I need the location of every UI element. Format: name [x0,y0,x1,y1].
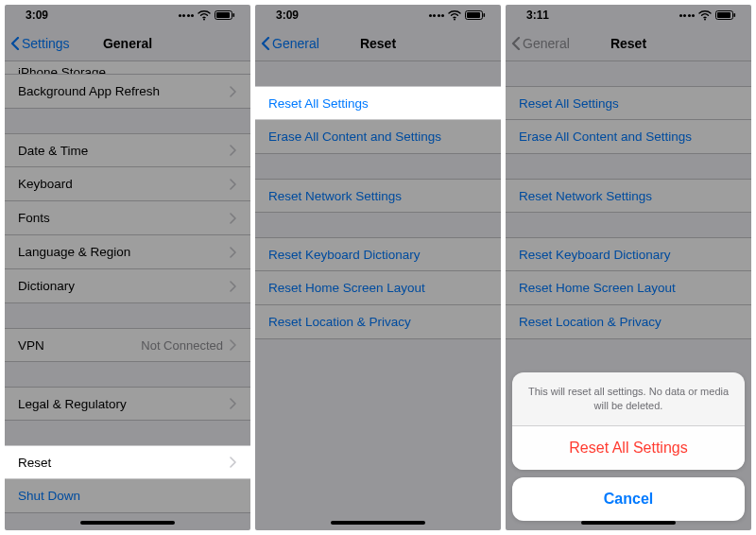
row-keyboard[interactable]: Keyboard [5,167,250,201]
chevron-right-icon [229,247,237,258]
chevron-left-icon [10,37,20,50]
row-reset-location-privacy[interactable]: Reset Location & Privacy [255,305,501,339]
cellular-icon [429,14,445,17]
wifi-icon [448,9,461,21]
status-time: 3:09 [26,9,48,22]
battery-icon [215,10,235,20]
chevron-right-icon [229,179,237,190]
back-button: General [511,26,570,60]
row-dictionary[interactable]: Dictionary [5,269,250,303]
screenshot-general-settings: 3:09 Settings General iPhone Storage Bac… [5,5,250,530]
battery-icon [465,10,486,20]
back-label: General [272,36,319,51]
row-reset-network: Reset Network Settings [506,179,751,213]
screenshot-reset-menu: 3:09 General Reset Reset All Settings Er… [255,5,501,530]
row-erase-all-content: Erase All Content and Settings [506,120,751,154]
status-time: 3:09 [276,9,299,22]
settings-list[interactable]: iPhone Storage Background App Refresh Da… [5,61,250,530]
battery-icon [715,10,736,20]
wifi-icon [698,9,712,21]
row-reset-home-screen: Reset Home Screen Layout [506,271,751,305]
home-indicator[interactable] [331,521,425,525]
nav-bar: Settings General [5,26,250,61]
chevron-right-icon [229,145,237,156]
back-button[interactable]: Settings [10,26,70,60]
chevron-left-icon [261,37,270,50]
back-button[interactable]: General [261,26,319,60]
row-background-app-refresh[interactable]: Background App Refresh [5,75,250,109]
chevron-right-icon [229,457,237,468]
action-reset-all-settings[interactable]: Reset All Settings [512,426,745,470]
action-sheet: This will reset all settings. No data or… [512,372,745,521]
action-sheet-message: This will reset all settings. No data or… [512,372,745,426]
screenshot-action-sheet: 3:11 General Reset Reset All Settings Er… [506,5,751,530]
row-legal-regulatory[interactable]: Legal & Regulatory [5,387,250,421]
row-reset-all-settings[interactable]: Reset All Settings [255,86,501,120]
row-iphone-storage[interactable]: iPhone Storage [5,61,250,75]
status-bar: 3:11 [506,5,751,26]
row-reset-all-settings: Reset All Settings [506,86,751,120]
row-reset-keyboard-dictionary[interactable]: Reset Keyboard Dictionary [255,237,501,271]
row-reset[interactable]: Reset [5,445,250,479]
chevron-right-icon [229,213,237,224]
home-indicator[interactable] [80,521,175,525]
chevron-left-icon [511,37,521,50]
row-shut-down[interactable]: Shut Down [5,479,250,513]
reset-list[interactable]: Reset All Settings Erase All Content and… [255,61,501,530]
back-label: General [523,36,570,51]
nav-bar: General Reset [255,26,501,61]
row-fonts[interactable]: Fonts [5,201,250,235]
wifi-icon [198,9,211,21]
cancel-button[interactable]: Cancel [512,477,745,521]
row-reset-home-screen[interactable]: Reset Home Screen Layout [255,271,501,305]
chevron-right-icon [229,86,237,97]
cellular-icon [679,14,696,17]
row-reset-network[interactable]: Reset Network Settings [255,179,501,213]
status-time: 3:11 [526,9,549,22]
home-indicator[interactable] [581,521,676,525]
back-label: Settings [22,36,70,51]
chevron-right-icon [229,398,237,409]
row-date-time[interactable]: Date & Time [5,133,250,167]
vpn-status: Not Connected [141,338,223,353]
status-bar: 3:09 [5,5,250,26]
nav-bar: General Reset [506,26,751,61]
chevron-right-icon [229,281,237,292]
row-language-region[interactable]: Language & Region [5,235,250,269]
row-vpn[interactable]: VPN Not Connected [5,328,250,362]
chevron-right-icon [229,339,237,351]
cellular-icon [179,14,195,17]
status-bar: 3:09 [255,5,501,26]
row-erase-all-content[interactable]: Erase All Content and Settings [255,120,501,154]
row-reset-keyboard-dictionary: Reset Keyboard Dictionary [506,237,751,271]
row-reset-location-privacy: Reset Location & Privacy [506,305,751,339]
